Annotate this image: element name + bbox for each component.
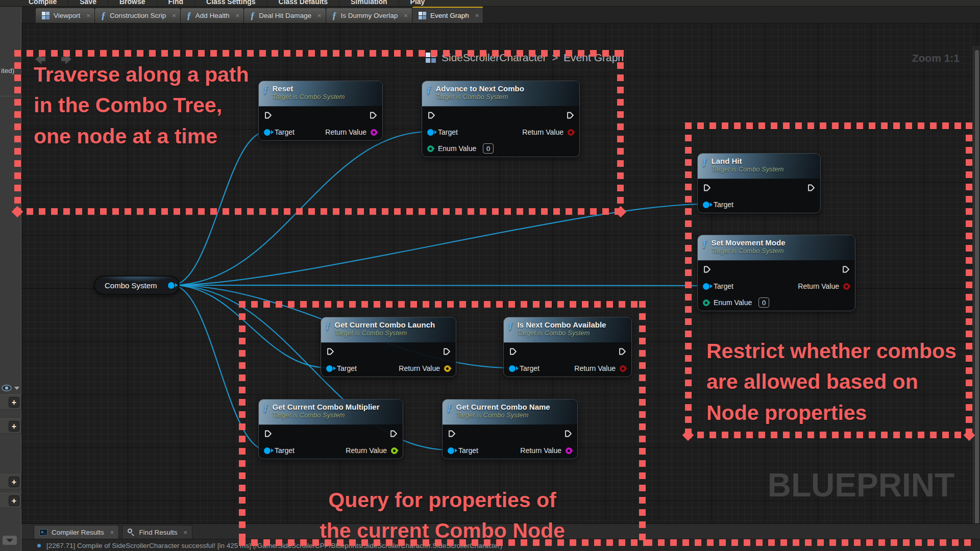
node-subtitle: Target is Combo System <box>436 93 524 101</box>
pin-target[interactable] <box>326 365 333 372</box>
navigate-forward-button[interactable] <box>60 52 74 66</box>
pin-target[interactable] <box>448 447 454 454</box>
close-icon[interactable]: × <box>317 12 322 19</box>
results-tab-bar: >_Compiler Results×Find Results× <box>21 524 980 539</box>
exec-out-pin-icon[interactable] <box>566 111 574 119</box>
vertical-scrollbar[interactable] <box>973 46 980 546</box>
sidebar-section-header: + <box>0 418 21 434</box>
close-icon[interactable]: × <box>475 12 479 19</box>
menu-item-class-settings[interactable]: Class Settings <box>195 0 266 6</box>
breadcrumb-current[interactable]: Event Graph <box>564 52 624 64</box>
breadcrumb-root[interactable]: SideScrollerCharacter <box>442 52 546 64</box>
node-header: ƒGet Current Combo MultiplierTarget is C… <box>259 399 403 425</box>
add-button[interactable]: + <box>9 495 19 506</box>
exec-out-pin-icon[interactable] <box>443 347 451 356</box>
enum-value-input[interactable]: 0 <box>483 143 494 154</box>
exec-in-pin-icon[interactable] <box>509 347 517 356</box>
node-land-hit[interactable]: ƒLand HitTarget is Combo SystemTarget <box>697 153 821 213</box>
pin-return-value[interactable] <box>843 283 850 290</box>
exec-in-pin-icon[interactable] <box>703 265 711 273</box>
pin-enum-value[interactable] <box>427 145 434 152</box>
exec-out-pin-icon[interactable] <box>389 430 398 438</box>
close-icon[interactable]: × <box>404 12 408 19</box>
menu-item-play[interactable]: Play <box>399 0 436 6</box>
exec-in-pin-icon[interactable] <box>264 111 272 119</box>
pin-return-value[interactable] <box>620 365 626 372</box>
pin-target[interactable] <box>427 129 434 136</box>
pin-return-value[interactable] <box>371 129 377 136</box>
pin-target[interactable] <box>703 202 709 208</box>
pin-enum-value[interactable] <box>703 299 709 306</box>
visibility-filter-control[interactable] <box>2 385 19 391</box>
pin-target[interactable] <box>264 447 271 454</box>
close-icon[interactable]: × <box>86 12 90 19</box>
tab-label: Construction Scrip <box>110 12 166 19</box>
exec-out-pin-icon[interactable] <box>807 184 815 192</box>
pin-label: Target <box>714 282 733 290</box>
tab-find-results[interactable]: Find Results× <box>122 525 192 539</box>
function-icon: ƒ <box>250 11 255 20</box>
scrollbar-thumb[interactable] <box>975 50 979 532</box>
close-icon[interactable]: × <box>172 12 176 19</box>
node-header: ƒGet Current Combo LaunchTarget is Combo… <box>321 317 456 343</box>
close-icon[interactable]: × <box>236 12 240 19</box>
sidebar-partial-label: ited) <box>1 67 14 74</box>
menu-item-browse[interactable]: Browse <box>108 0 157 6</box>
menu-item-class-defaults[interactable]: Class Defaults <box>267 0 339 6</box>
pin-target[interactable] <box>509 365 516 372</box>
close-icon[interactable]: × <box>183 529 187 536</box>
add-button[interactable]: + <box>9 421 19 432</box>
sidebar-section-header: + <box>0 394 21 410</box>
node-get-current-combo-multiplier[interactable]: ƒGet Current Combo MultiplierTarget is C… <box>258 399 403 459</box>
add-button[interactable]: + <box>9 397 19 408</box>
node-reset[interactable]: ƒResetTarget is Combo SystemTargetReturn… <box>258 81 383 141</box>
exec-in-pin-icon[interactable] <box>427 111 435 119</box>
exec-out-pin-icon[interactable] <box>618 347 626 356</box>
node-is-next-combo-available[interactable]: ƒIs Next Combo AvailableTarget is Combo … <box>503 317 632 377</box>
node-advance-to-next-combo[interactable]: ƒAdvance to Next ComboTarget is Combo Sy… <box>422 81 580 157</box>
grid-icon <box>419 12 426 19</box>
node-get-current-combo-name[interactable]: ƒGet Current Combo NameTarget is Combo S… <box>442 399 578 459</box>
node-title: Set Movement Mode <box>712 238 786 247</box>
exec-in-pin-icon[interactable] <box>448 430 456 438</box>
exec-out-pin-icon[interactable] <box>564 430 572 438</box>
pin-label: Return Value <box>520 446 561 455</box>
pin-target[interactable] <box>703 283 709 290</box>
collapse-panel-button[interactable] <box>3 536 17 545</box>
exec-in-pin-icon[interactable] <box>703 184 711 192</box>
tab-add-health[interactable]: ƒAdd Health× <box>181 8 244 23</box>
pin-return-value[interactable] <box>444 365 451 372</box>
sidebar-divider <box>0 96 18 96</box>
node-set-movement-mode[interactable]: ƒSet Movement ModeTarget is Combo System… <box>697 235 855 311</box>
close-icon[interactable]: × <box>110 529 114 536</box>
exec-out-pin-icon[interactable] <box>842 265 850 273</box>
pin-label: Target <box>520 364 540 372</box>
pin-label: Return Value <box>522 128 564 136</box>
enum-value-input[interactable]: 0 <box>758 297 769 308</box>
pin-return-value[interactable] <box>391 447 398 454</box>
menu-item-compile[interactable]: Compile <box>17 0 68 6</box>
node-get-current-combo-launch[interactable]: ƒGet Current Combo LaunchTarget is Combo… <box>321 317 456 377</box>
pin-return-value[interactable] <box>568 129 574 136</box>
function-icon: ƒ <box>447 403 452 424</box>
tab-viewport[interactable]: Viewport× <box>36 8 95 23</box>
menu-item-simulation[interactable]: Simulation <box>339 0 399 6</box>
tab-event-graph[interactable]: Event Graph× <box>412 7 483 23</box>
exec-out-pin-icon[interactable] <box>369 111 377 119</box>
node-subtitle: Target is Combo System <box>712 247 786 255</box>
exec-in-pin-icon[interactable] <box>264 430 272 438</box>
pin-return-value[interactable] <box>566 447 572 454</box>
tab-deal-hit-damage[interactable]: ƒDeal Hit Damage× <box>244 8 326 23</box>
exec-in-pin-icon[interactable] <box>326 347 334 356</box>
document-tab-bar: Viewport×ƒConstruction Scrip×ƒAdd Health… <box>21 7 980 23</box>
tab-compiler-results[interactable]: >_Compiler Results× <box>34 525 119 539</box>
menu-item-find[interactable]: Find <box>157 0 195 6</box>
tab-construction-scrip[interactable]: ƒConstruction Scrip× <box>95 8 181 23</box>
blueprint-editor-window: CompileSaveBrowseFindClass SettingsClass… <box>0 0 980 551</box>
tab-is-dummy-overlap[interactable]: ƒIs Dummy Overlap× <box>326 8 412 23</box>
menu-item-save[interactable]: Save <box>68 0 108 6</box>
add-button[interactable]: + <box>9 477 19 487</box>
pin-target[interactable] <box>264 129 271 136</box>
tab-label: Find Results <box>139 529 177 536</box>
navigate-back-button[interactable] <box>33 52 47 66</box>
